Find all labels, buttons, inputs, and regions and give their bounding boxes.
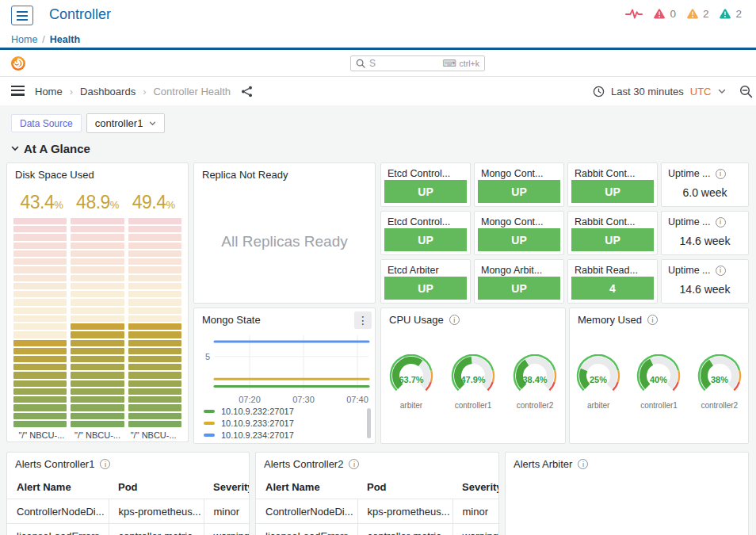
- grafana-crumb-home[interactable]: Home: [35, 86, 63, 97]
- mongo-state-legend: 10.10.9.232:2701710.10.9.233:2701710.10.…: [194, 405, 375, 440]
- info-alerts-badge[interactable]: 2: [719, 8, 742, 20]
- disk-gauge-cell: [13, 291, 67, 297]
- stat-value-up: UP: [571, 180, 654, 203]
- time-range-button[interactable]: Last 30 minutes: [611, 86, 684, 97]
- warning-alerts-badge[interactable]: 2: [686, 8, 709, 20]
- panel-title-text: Alerts Controller2: [264, 458, 343, 470]
- section-title: At A Glance: [24, 142, 90, 155]
- table-cell: ControllerNodeDi...: [7, 499, 109, 524]
- disk-gauge-cell: [71, 308, 124, 314]
- grafana-crumb-dashboards[interactable]: Dashboards: [80, 86, 136, 97]
- info-icon[interactable]: i: [100, 459, 110, 469]
- info-icon[interactable]: i: [716, 217, 726, 227]
- panel-title: Alerts Controller1 i: [7, 453, 249, 470]
- stat-panel-title: Uptime ...i: [662, 163, 748, 179]
- panel-title-text: CPU Usage: [389, 314, 444, 326]
- disk-gauge-cell: [128, 218, 181, 224]
- data-source-value: controller1: [95, 117, 143, 129]
- table-cell: kps-prometheus...: [109, 499, 204, 524]
- gauge-label: controller2: [691, 401, 748, 410]
- panel-title: Alerts Controller2 i: [256, 453, 498, 470]
- zoom-out-icon[interactable]: [739, 85, 753, 98]
- disk-bar-gauge: [13, 218, 67, 427]
- disk-gauge-cell: [13, 218, 67, 224]
- breadcrumb-home-link[interactable]: Home: [11, 34, 37, 45]
- info-icon[interactable]: i: [716, 169, 726, 179]
- stat-panel-title-text: Uptime ...: [668, 265, 711, 276]
- disk-gauge-cell: [13, 413, 67, 419]
- stat-panel: Rabbit Cont...UP: [567, 211, 658, 255]
- legend-scrollbar[interactable]: [367, 408, 371, 438]
- share-icon[interactable]: [241, 86, 253, 97]
- svg-text:38.4%: 38.4%: [522, 375, 547, 384]
- data-source-select[interactable]: controller1: [86, 113, 166, 133]
- search-input[interactable]: [369, 58, 433, 69]
- gauge: 38.4%controller2: [506, 354, 564, 410]
- info-icon[interactable]: i: [716, 266, 726, 276]
- legend-label: 10.10.9.234:27017: [221, 430, 294, 440]
- timezone-label[interactable]: UTC: [690, 86, 712, 97]
- disk-gauge-label: "/" NBCU-...: [70, 430, 126, 440]
- panel-title: CPU Usage i: [381, 308, 565, 326]
- disk-gauge-cell: [13, 340, 67, 346]
- disk-gauge-cell: [128, 331, 181, 338]
- legend-swatch: [204, 410, 215, 413]
- section-at-a-glance[interactable]: At A Glance: [11, 142, 90, 155]
- legend-item: 10.10.9.232:27017: [204, 407, 375, 416]
- disk-gauge-unit: %: [110, 199, 119, 211]
- panel-title: Disk Space Used: [7, 163, 188, 181]
- disk-gauge-cell: [71, 266, 124, 273]
- disk-gauge-cell: [128, 275, 181, 281]
- legend-swatch: [204, 434, 215, 437]
- disk-gauge-cell: [71, 291, 124, 297]
- stat-panel-title-text: Mongo Arbit...: [481, 265, 542, 276]
- disk-gauge-cell: [71, 218, 124, 224]
- disk-gauge-cell: [128, 250, 181, 257]
- disk-gauge-label: "/" NBCU-...: [13, 430, 70, 440]
- stat-panel-title: Mongo Cont...: [475, 163, 563, 179]
- app-header: Controller 0 2 2: [0, 0, 756, 32]
- panel-disk-space-used: Disk Space Used 43.4%48.9%49.4% "/" NBCU…: [6, 162, 189, 442]
- stat-panel: Mongo Cont...UP: [474, 162, 564, 207]
- info-icon[interactable]: i: [578, 459, 588, 469]
- grafana-menu-button[interactable]: [11, 86, 25, 96]
- table-cell: warning: [204, 524, 249, 535]
- gauge: 47.9%controller1: [444, 354, 502, 410]
- grafana-header: ⌨ ctrl+k: [0, 50, 756, 77]
- disk-gauge-cell: [13, 275, 67, 281]
- disk-gauge-cell: [128, 404, 181, 411]
- disk-gauge-cell: [128, 340, 181, 346]
- stat-panel-title-text: Rabbit Read...: [575, 265, 638, 276]
- table-header-row: Alert NamePodSeverity: [7, 475, 249, 499]
- disk-gauge-cell: [13, 308, 67, 314]
- column-header: Alert Name: [7, 475, 109, 499]
- search-shortcut-hint: ⌨ ctrl+k: [442, 59, 479, 68]
- disk-gauge-label: "/" NBCU-...: [125, 430, 181, 440]
- table-cell: minor: [452, 499, 498, 524]
- grafana-toolbar: Home › Dashboards › Controller Health La…: [0, 78, 756, 105]
- disk-gauge-cell: [128, 226, 181, 232]
- panel-alerts-arbiter: Alerts Arbiter i: [505, 452, 749, 535]
- svg-text:07:30: 07:30: [292, 395, 315, 404]
- critical-alerts-badge[interactable]: 0: [653, 8, 676, 20]
- panel-title-text: Memory Used: [578, 314, 642, 326]
- panel-title-text: Alerts Controller1: [15, 458, 94, 470]
- info-icon[interactable]: i: [349, 459, 359, 469]
- search-icon: [356, 59, 365, 68]
- mongo-state-chart: 507:2007:3007:40: [197, 329, 373, 405]
- variables-row: Data Source controller1: [11, 113, 165, 133]
- disk-gauge-cell: [13, 380, 67, 387]
- info-icon[interactable]: i: [647, 315, 658, 325]
- stat-panel-title: Mongo Arbit...: [475, 260, 563, 276]
- app-menu-button[interactable]: [11, 6, 33, 25]
- chevron-right-icon: ›: [143, 86, 146, 97]
- cpu-gauges: 63.7%arbiter47.9%controller138.4%control…: [381, 354, 565, 410]
- svg-text:47.9%: 47.9%: [460, 375, 485, 384]
- disk-gauge-cell: [13, 348, 67, 354]
- gauge-label: controller2: [506, 401, 564, 410]
- gauge-label: controller1: [630, 401, 687, 410]
- info-icon[interactable]: i: [449, 315, 460, 325]
- disk-gauge-cell: [13, 234, 67, 240]
- table-cell: kps-prometheus...: [357, 499, 452, 524]
- panel-menu-icon[interactable]: ⋮: [354, 311, 372, 329]
